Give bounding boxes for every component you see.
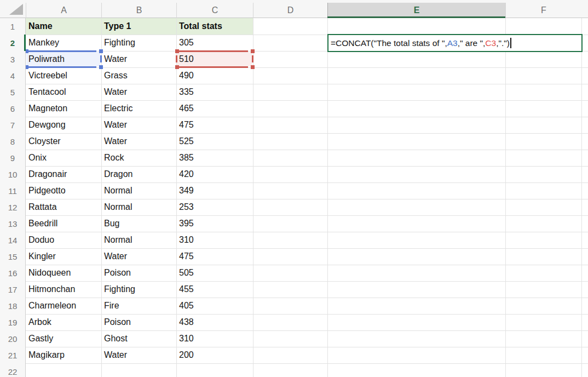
row-header-5[interactable]: 5 xyxy=(0,84,25,100)
cell-A8[interactable]: Cloyster xyxy=(26,133,101,150)
cell-B19[interactable]: Poison xyxy=(101,314,176,330)
cell-B6[interactable]: Electric xyxy=(101,100,176,117)
cell-editor-E2[interactable]: =CONCAT("The total stats of ", A3 ," are… xyxy=(327,34,583,52)
cell-A2[interactable]: Mankey xyxy=(26,35,101,51)
cell-C1[interactable]: Total stats xyxy=(176,18,253,35)
row-header-3[interactable]: 3 xyxy=(0,51,25,67)
selected-row-accent xyxy=(24,35,26,51)
cell-B7[interactable]: Water xyxy=(101,117,176,133)
cell-C13[interactable]: 395 xyxy=(176,215,253,232)
cell-C3[interactable]: 510 xyxy=(176,51,253,67)
cell-A7[interactable]: Dewgong xyxy=(26,117,101,133)
cell-C19[interactable]: 438 xyxy=(176,314,253,330)
column-header-C[interactable]: C xyxy=(176,3,253,18)
row-header-19[interactable]: 19 xyxy=(0,314,25,330)
row-header-15[interactable]: 15 xyxy=(0,248,25,265)
cell-C11[interactable]: 349 xyxy=(176,182,253,199)
cell-C9[interactable]: 385 xyxy=(176,150,253,166)
gridline-vertical xyxy=(581,18,582,377)
selected-column-underline xyxy=(327,16,505,18)
row-header-22[interactable]: 22 xyxy=(0,363,25,377)
cell-B2[interactable]: Fighting xyxy=(101,35,176,51)
cell-B17[interactable]: Fighting xyxy=(101,281,176,298)
cell-A21[interactable]: Magikarp xyxy=(26,347,101,363)
cell-A13[interactable]: Beedrill xyxy=(26,215,101,232)
cell-B18[interactable]: Fire xyxy=(101,298,176,314)
cell-B14[interactable]: Normal xyxy=(101,232,176,248)
cell-B8[interactable]: Water xyxy=(101,133,176,150)
cell-A9[interactable]: Onix xyxy=(26,150,101,166)
cell-A6[interactable]: Magneton xyxy=(26,100,101,117)
select-all-button[interactable] xyxy=(0,0,26,18)
row-header-12[interactable]: 12 xyxy=(0,199,25,215)
cell-B21[interactable]: Water xyxy=(101,347,176,363)
row-header-20[interactable]: 20 xyxy=(0,330,25,347)
row-header-13[interactable]: 13 xyxy=(0,215,25,232)
cell-B15[interactable]: Water xyxy=(101,248,176,265)
cell-A15[interactable]: Kingler xyxy=(26,248,101,265)
row-header-11[interactable]: 11 xyxy=(0,182,25,199)
cell-B9[interactable]: Rock xyxy=(101,150,176,166)
cell-A4[interactable]: Victreebel xyxy=(26,67,101,84)
cell-B12[interactable]: Normal xyxy=(101,199,176,215)
cell-A11[interactable]: Pidgeotto xyxy=(26,182,101,199)
cell-B13[interactable]: Bug xyxy=(101,215,176,232)
column-header-D[interactable]: D xyxy=(253,3,327,18)
row-header-14[interactable]: 14 xyxy=(0,232,25,248)
cell-C8[interactable]: 525 xyxy=(176,133,253,150)
cell-C15[interactable]: 475 xyxy=(176,248,253,265)
row-header-8[interactable]: 8 xyxy=(0,133,25,150)
cell-A12[interactable]: Rattata xyxy=(26,199,101,215)
cell-A10[interactable]: Dragonair xyxy=(26,166,101,182)
cell-A3[interactable]: Poliwrath xyxy=(26,51,101,67)
column-header-B[interactable]: B xyxy=(101,3,176,18)
column-header-A[interactable]: A xyxy=(26,3,101,18)
cell-C6[interactable]: 465 xyxy=(176,100,253,117)
spreadsheet: NameType 1Total statsMankeyFighting305Po… xyxy=(0,0,588,377)
cell-B3[interactable]: Water xyxy=(101,51,176,67)
gridline-vertical xyxy=(327,18,328,377)
column-header-F[interactable]: F xyxy=(505,3,581,18)
cell-C5[interactable]: 335 xyxy=(176,84,253,100)
cell-A17[interactable]: Hitmonchan xyxy=(26,281,101,298)
cell-C18[interactable]: 405 xyxy=(176,298,253,314)
gridline-vertical xyxy=(505,18,506,377)
row-header-16[interactable]: 16 xyxy=(0,265,25,281)
row-header-10[interactable]: 10 xyxy=(0,166,25,182)
cell-C10[interactable]: 420 xyxy=(176,166,253,182)
row-header-2[interactable]: 2 xyxy=(0,35,25,51)
cell-B1[interactable]: Type 1 xyxy=(101,18,176,35)
cell-C4[interactable]: 490 xyxy=(176,67,253,84)
cell-C21[interactable]: 200 xyxy=(176,347,253,363)
cell-A18[interactable]: Charmeleon xyxy=(26,298,101,314)
cell-B20[interactable]: Ghost xyxy=(101,330,176,347)
row-header-18[interactable]: 18 xyxy=(0,298,25,314)
cell-B10[interactable]: Dragon xyxy=(101,166,176,182)
cell-A19[interactable]: Arbok xyxy=(26,314,101,330)
cell-A20[interactable]: Gastly xyxy=(26,330,101,347)
cell-A14[interactable]: Doduo xyxy=(26,232,101,248)
row-header-21[interactable]: 21 xyxy=(0,347,25,363)
cell-C12[interactable]: 253 xyxy=(176,199,253,215)
cell-C2[interactable]: 305 xyxy=(176,35,253,51)
row-header-17[interactable]: 17 xyxy=(0,281,25,298)
row-header-4[interactable]: 4 xyxy=(0,67,25,84)
row-header-7[interactable]: 7 xyxy=(0,117,25,133)
cell-C14[interactable]: 310 xyxy=(176,232,253,248)
cell-B11[interactable]: Normal xyxy=(101,182,176,199)
cell-A5[interactable]: Tentacool xyxy=(26,84,101,100)
row-header-1[interactable]: 1 xyxy=(0,18,25,35)
cell-B5[interactable]: Water xyxy=(101,84,176,100)
cell-A16[interactable]: Nidoqueen xyxy=(26,265,101,281)
cell-B4[interactable]: Grass xyxy=(101,67,176,84)
cell-C17[interactable]: 455 xyxy=(176,281,253,298)
cell-C7[interactable]: 475 xyxy=(176,117,253,133)
cell-C20[interactable]: 310 xyxy=(176,330,253,347)
column-header-E[interactable]: E xyxy=(327,3,505,18)
row-header-6[interactable]: 6 xyxy=(0,100,25,117)
cell-A1[interactable]: Name xyxy=(26,18,101,35)
cell-B16[interactable]: Poison xyxy=(101,265,176,281)
cell-C16[interactable]: 505 xyxy=(176,265,253,281)
formula-segment: =CONCAT("The total stats of ", xyxy=(331,38,447,48)
row-header-9[interactable]: 9 xyxy=(0,150,25,166)
